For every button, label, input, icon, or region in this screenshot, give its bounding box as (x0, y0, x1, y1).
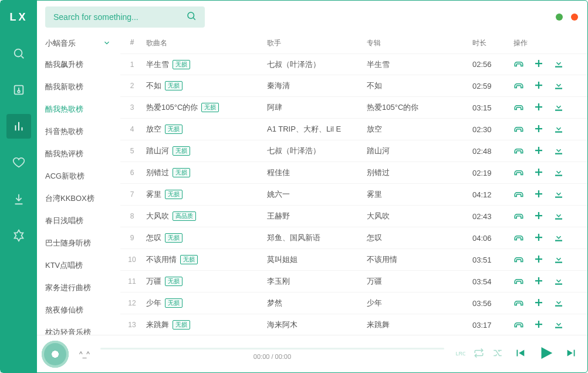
listen-icon[interactable] (513, 210, 524, 223)
category-item[interactable]: 台湾KKBOX榜 (45, 187, 120, 210)
nav-favorite[interactable] (6, 150, 31, 175)
category-item[interactable]: 酷我热评榜 (45, 143, 120, 165)
download-icon[interactable] (553, 123, 564, 136)
album-disc-icon[interactable] (42, 341, 69, 368)
add-icon[interactable] (533, 145, 544, 157)
song-name: 半生雪 (146, 59, 169, 70)
table-row[interactable]: 6别错过无损程佳佳别错过02:19 (120, 162, 587, 184)
add-icon[interactable] (533, 189, 544, 201)
add-icon[interactable] (533, 210, 544, 223)
table-row[interactable]: 11万疆无损李玉刚万疆03:54 (120, 271, 587, 293)
table-row[interactable]: 5踏山河无损七叔（叶泽浩）踏山河02:48 (120, 140, 587, 162)
nav-download[interactable] (6, 187, 31, 211)
table-row[interactable]: 9怎叹无损郑鱼、国风新语怎叹04:06 (120, 227, 587, 249)
listen-icon[interactable] (513, 275, 524, 288)
table-row[interactable]: 13来跳舞无损海来阿木来跳舞03:17 (120, 314, 587, 335)
table-row[interactable]: 7雾里无损姚六一雾里04:12 (120, 184, 587, 206)
listen-icon[interactable] (513, 232, 524, 244)
download-icon[interactable] (553, 210, 564, 223)
listen-icon[interactable] (513, 80, 524, 92)
listen-icon[interactable] (513, 254, 524, 266)
quality-badge: 无损 (165, 190, 183, 199)
table-row[interactable]: 10不该用情无损莫叫姐姐不该用情03:51 (120, 249, 587, 271)
table-row[interactable]: 12少年无损梦然少年03:56 (120, 293, 587, 314)
search-input[interactable] (53, 12, 186, 22)
download-icon[interactable] (553, 254, 564, 266)
add-icon[interactable] (533, 254, 544, 266)
next-track[interactable] (565, 347, 578, 362)
shuffle-mode[interactable] (492, 348, 503, 361)
nav-search[interactable] (6, 41, 31, 66)
category-item[interactable]: 家务进行曲榜 (45, 277, 120, 299)
download-icon[interactable] (553, 167, 564, 179)
lyrics-toggle[interactable]: LRC (455, 348, 465, 361)
listen-icon[interactable] (513, 319, 524, 331)
search-icon[interactable] (186, 11, 197, 23)
listen-icon[interactable] (513, 167, 524, 179)
download-icon[interactable] (553, 319, 564, 331)
category-item[interactable]: 酷我新歌榜 (45, 76, 120, 98)
download-icon[interactable] (553, 58, 564, 70)
add-icon[interactable] (533, 80, 544, 92)
row-index: 6 (120, 169, 144, 177)
add-icon[interactable] (533, 58, 544, 70)
listen-icon[interactable] (513, 102, 524, 114)
listen-icon[interactable] (513, 58, 524, 70)
listen-icon[interactable] (513, 297, 524, 310)
category-item[interactable]: 酷我热歌榜 (45, 98, 120, 120)
window-close[interactable] (571, 14, 578, 21)
row-index: 7 (120, 190, 144, 199)
quality-badge: 无损 (165, 298, 183, 308)
download-icon[interactable] (553, 189, 564, 201)
album-cell: 放空 (367, 124, 472, 135)
song-cell: 踏山河无损 (144, 146, 267, 156)
add-icon[interactable] (533, 319, 544, 331)
table-row[interactable]: 4放空无损A1 TRIP、大籽、Lil E放空02:30 (120, 119, 587, 140)
row-index: 10 (120, 256, 144, 264)
listen-icon[interactable] (513, 145, 524, 157)
table-row[interactable]: 3热爱105°C的你无损阿肆热爱105°C的你03:15 (120, 97, 587, 119)
add-icon[interactable] (533, 102, 544, 114)
download-icon[interactable] (553, 80, 564, 92)
window-minimize[interactable] (556, 14, 563, 21)
music-source-select[interactable]: 小蜗音乐 (45, 33, 120, 53)
download-icon[interactable] (553, 297, 564, 310)
source-label: 小蜗音乐 (45, 38, 76, 49)
category-item[interactable]: 熬夜修仙榜 (45, 299, 120, 321)
table-row[interactable]: 1半生雪无损七叔（叶泽浩）半生雪02:56 (120, 53, 587, 75)
category-item[interactable]: 巴士随身听榜 (45, 232, 120, 254)
category-item[interactable]: 抖音热歌榜 (45, 120, 120, 143)
nav-playlist[interactable] (6, 78, 31, 102)
artist-cell: 姚六一 (267, 189, 367, 200)
progress-bar[interactable] (100, 348, 444, 350)
listen-icon[interactable] (513, 123, 524, 136)
add-icon[interactable] (533, 232, 544, 244)
download-icon[interactable] (553, 102, 564, 114)
category-item[interactable]: 春日浅唱榜 (45, 210, 120, 232)
download-icon[interactable] (553, 232, 564, 244)
add-icon[interactable] (533, 167, 544, 179)
add-icon[interactable] (533, 123, 544, 136)
category-item[interactable]: 枕边轻音乐榜 (45, 321, 120, 335)
play-button[interactable] (537, 344, 555, 364)
prev-track[interactable] (513, 347, 526, 362)
nav-rank[interactable] (6, 114, 31, 139)
repeat-mode[interactable] (474, 348, 484, 361)
download-icon[interactable] (553, 145, 564, 157)
artist-cell: 海来阿木 (267, 320, 367, 330)
album-cell: 怎叹 (367, 233, 472, 243)
table-row[interactable]: 2不如无损秦海清不如02:59 (120, 75, 587, 97)
table-row[interactable]: 8大风吹高品质王赫野大风吹02:43 (120, 206, 587, 227)
category-item[interactable]: ACG新歌榜 (45, 165, 120, 187)
listen-icon[interactable] (513, 189, 524, 201)
artist-cell: 梦然 (267, 298, 367, 308)
duration-cell: 03:17 (472, 321, 513, 330)
category-item[interactable]: 酷我飙升榜 (45, 53, 120, 76)
add-icon[interactable] (533, 297, 544, 310)
download-icon[interactable] (553, 275, 564, 288)
category-item[interactable]: KTV点唱榜 (45, 254, 120, 277)
add-icon[interactable] (533, 275, 544, 288)
search-box[interactable] (45, 6, 205, 28)
nav-settings[interactable] (6, 223, 31, 248)
sidebar-nav: LX (1, 1, 37, 372)
